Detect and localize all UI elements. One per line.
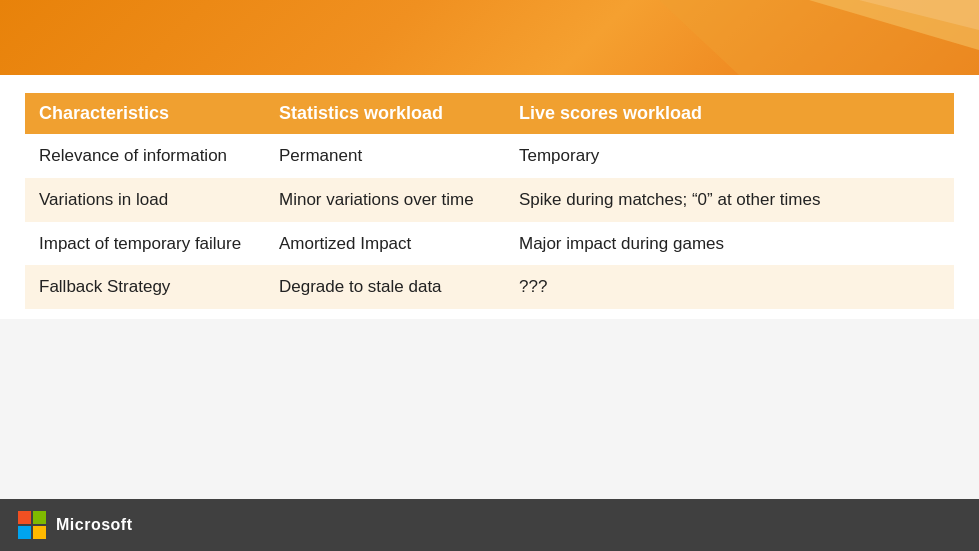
microsoft-label: Microsoft <box>56 516 133 534</box>
col-characteristics: Characteristics <box>25 93 265 134</box>
table-body: Relevance of informationPermanentTempora… <box>25 134 954 309</box>
table-row: Variations in loadMinor variations over … <box>25 178 954 222</box>
table-row: Relevance of informationPermanentTempora… <box>25 134 954 178</box>
header-banner <box>0 0 979 75</box>
cell-r1-c0: Variations in load <box>25 178 265 222</box>
cell-r2-c1: Amortized Impact <box>265 222 505 266</box>
col-livescores: Live scores workload <box>505 93 954 134</box>
table-header-row: CharacteristicsStatistics workloadLive s… <box>25 93 954 134</box>
main-content: CharacteristicsStatistics workloadLive s… <box>0 75 979 319</box>
cell-r1-c2: Spike during matches; “0” at other times <box>505 178 954 222</box>
footer: Microsoft <box>0 499 979 551</box>
cell-r1-c1: Minor variations over time <box>265 178 505 222</box>
cell-r3-c1: Degrade to stale data <box>265 265 505 309</box>
ms-sq-red <box>18 511 31 524</box>
cell-r0-c2: Temporary <box>505 134 954 178</box>
ms-sq-green <box>33 511 46 524</box>
cell-r3-c0: Fallback Strategy <box>25 265 265 309</box>
microsoft-squares-icon <box>18 511 46 539</box>
col-statistics: Statistics workload <box>265 93 505 134</box>
cell-r0-c0: Relevance of information <box>25 134 265 178</box>
table-row: Fallback StrategyDegrade to stale data??… <box>25 265 954 309</box>
cell-r2-c2: Major impact during games <box>505 222 954 266</box>
ms-sq-yellow <box>33 526 46 539</box>
comparison-table: CharacteristicsStatistics workloadLive s… <box>25 93 954 309</box>
microsoft-logo: Microsoft <box>18 511 133 539</box>
cell-r0-c1: Permanent <box>265 134 505 178</box>
ms-sq-blue <box>18 526 31 539</box>
cell-r3-c2: ??? <box>505 265 954 309</box>
cell-r2-c0: Impact of temporary failure <box>25 222 265 266</box>
table-row: Impact of temporary failureAmortized Imp… <box>25 222 954 266</box>
